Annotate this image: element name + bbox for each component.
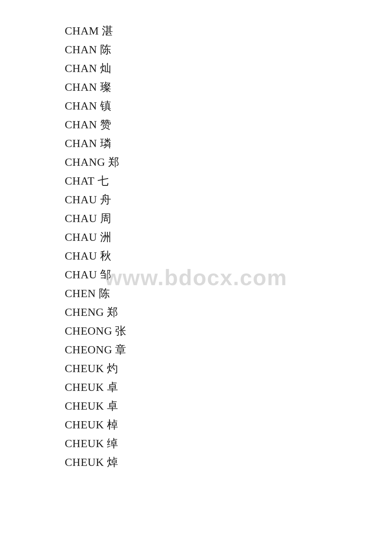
- list-item: CHAN 赞: [65, 119, 392, 130]
- entry-list: CHAM 湛CHAN 陈CHAN 灿CHAN 璨CHAN 镇CHAN 赞CHAN…: [65, 26, 392, 468]
- list-item: CHAU 周: [65, 213, 392, 224]
- list-item: CHEONG 张: [65, 326, 392, 337]
- list-item: CHENG 郑: [65, 307, 392, 318]
- list-item: CHAN 陈: [65, 44, 392, 55]
- list-item: CHEUK 卓: [65, 382, 392, 393]
- list-item: CHANG 郑: [65, 157, 392, 168]
- list-item: CHAU 邹: [65, 269, 392, 280]
- list-item: CHAM 湛: [65, 26, 392, 37]
- list-item: CHAU 舟: [65, 194, 392, 205]
- list-item: CHAU 秋: [65, 251, 392, 262]
- list-item: CHAN 璘: [65, 138, 392, 149]
- list-item: CHEN 陈: [65, 288, 392, 299]
- list-item: CHAN 灿: [65, 63, 392, 74]
- list-item: CHEUK 绰: [65, 438, 392, 449]
- page-container: www.bdocx.com CHAM 湛CHAN 陈CHAN 灿CHAN 璨CH…: [0, 0, 392, 555]
- list-item: CHEUK 棹: [65, 419, 392, 431]
- list-item: CHEONG 章: [65, 344, 392, 356]
- list-item: CHAN 镇: [65, 101, 392, 112]
- list-item: CHEUK 焯: [65, 457, 392, 468]
- list-item: CHAN 璨: [65, 82, 392, 93]
- list-item: CHEUK 灼: [65, 363, 392, 374]
- list-item: CHEUK 卓: [65, 401, 392, 412]
- list-item: CHAT 七: [65, 176, 392, 187]
- list-item: CHAU 洲: [65, 232, 392, 243]
